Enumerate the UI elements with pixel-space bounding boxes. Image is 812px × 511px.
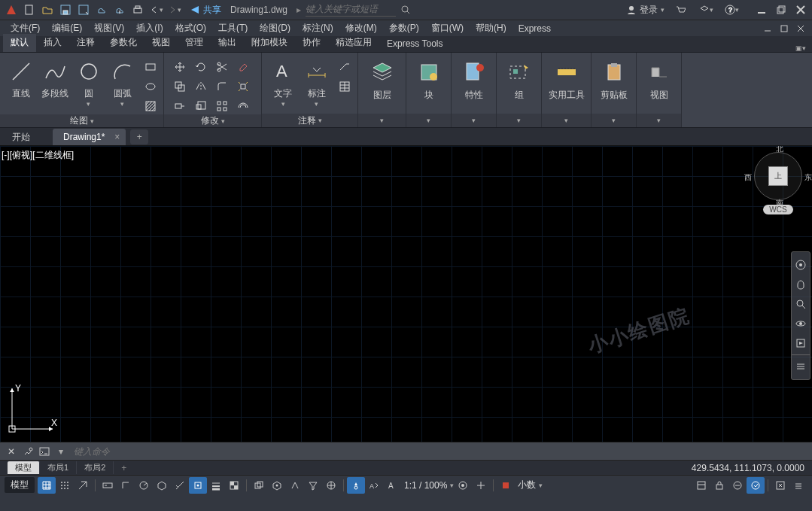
panel-modify-title[interactable]: 修改▾ xyxy=(164,114,261,127)
sb-units-label[interactable]: 小数 xyxy=(518,479,536,491)
sb-customize-icon[interactable] xyxy=(789,477,807,494)
sb-selection-filter-icon[interactable] xyxy=(304,477,322,494)
sb-hardware-accel-icon[interactable] xyxy=(747,477,765,494)
viewcube[interactable]: 上 北 南 东 西 WCS xyxy=(752,152,804,220)
sb-osnap-icon[interactable] xyxy=(189,477,207,494)
nav-pan-icon[interactable] xyxy=(792,275,809,294)
layers-button[interactable]: 图层 xyxy=(363,56,401,102)
cloud-save-icon[interactable] xyxy=(111,2,128,18)
search-box[interactable] xyxy=(306,4,411,17)
open-icon[interactable] xyxy=(39,2,56,18)
rectangle-icon[interactable] xyxy=(142,59,159,75)
filetab-add-button[interactable]: + xyxy=(130,129,148,144)
sb-polar-icon[interactable] xyxy=(135,477,153,494)
arc-button[interactable]: 圆弧 ▾ xyxy=(105,56,139,108)
copy-icon[interactable] xyxy=(172,78,188,95)
apps-icon[interactable]: ▾ xyxy=(698,2,714,18)
ribbon-tab-express[interactable]: Express Tools xyxy=(379,36,450,52)
mdi-close-icon[interactable] xyxy=(794,22,807,35)
filetab-start[interactable]: 开始 xyxy=(2,129,51,145)
hatch-icon[interactable] xyxy=(142,98,159,114)
ribbon-tab-insert[interactable]: 插入 xyxy=(36,34,69,52)
sb-otrack-icon[interactable] xyxy=(171,477,189,494)
sb-annotation-visibility-icon[interactable] xyxy=(347,477,365,494)
dimension-button[interactable]: 标注▾ xyxy=(300,56,334,108)
menu-window[interactable]: 窗口(W) xyxy=(425,20,470,36)
nav-fullnav-icon[interactable] xyxy=(792,256,809,274)
array-icon[interactable] xyxy=(214,98,230,114)
sb-cleanscreen-icon[interactable] xyxy=(771,477,789,494)
layout-tab-layout1[interactable]: 布局1 xyxy=(40,461,77,474)
help-icon[interactable]: ?▾ xyxy=(723,2,740,18)
nav-menu-icon[interactable] xyxy=(792,357,809,376)
window-close-icon[interactable] xyxy=(794,3,807,17)
viewbase-button[interactable]: 视图 xyxy=(641,56,677,102)
layout-tab-layout2[interactable]: 布局2 xyxy=(77,461,114,474)
sb-isodraft-icon[interactable] xyxy=(153,477,171,494)
nav-showmotion-icon[interactable] xyxy=(792,334,809,352)
ribbon-expand-icon[interactable]: ▣▾ xyxy=(789,44,812,52)
panel-viewbase-expand[interactable]: ▾ xyxy=(637,114,681,127)
new-icon[interactable] xyxy=(21,2,38,18)
cart-icon[interactable] xyxy=(672,2,689,18)
panel-properties-expand[interactable]: ▾ xyxy=(452,114,496,127)
sb-gizmo-icon[interactable] xyxy=(322,477,340,494)
polyline-button[interactable]: 多段线 xyxy=(38,56,72,100)
drawing-canvas[interactable]: [-][俯视][二维线框] 小小绘图院 X Y 上 北 南 东 西 WCS xyxy=(0,146,812,442)
leader-icon[interactable] xyxy=(336,59,353,75)
scale-icon[interactable] xyxy=(193,98,209,114)
sb-workspace-icon[interactable] xyxy=(454,477,472,494)
layout-add-button[interactable]: + xyxy=(117,463,131,473)
ribbon-tab-collaborate[interactable]: 协作 xyxy=(295,34,328,52)
sb-ortho-icon[interactable] xyxy=(117,477,135,494)
search-input[interactable] xyxy=(306,4,396,17)
mirror-icon[interactable] xyxy=(193,78,209,95)
explode-icon[interactable] xyxy=(235,78,251,95)
fillet-icon[interactable] xyxy=(214,78,230,95)
panel-annotation-title[interactable]: 注释▾ xyxy=(262,114,357,127)
ribbon-tab-manage[interactable]: 管理 xyxy=(178,34,211,52)
filetab-drawing1[interactable]: Drawing1* × xyxy=(53,129,126,145)
command-input[interactable] xyxy=(74,446,809,457)
sb-annotation-scale-icon[interactable]: A xyxy=(383,477,401,494)
panel-utilities-expand[interactable]: ▾ xyxy=(542,114,591,127)
offset-icon[interactable] xyxy=(235,98,251,114)
viewcube-top-face[interactable]: 上 xyxy=(768,166,788,186)
sb-selection-cycling-icon[interactable] xyxy=(250,477,268,494)
rotate-icon[interactable] xyxy=(193,59,209,75)
erase-icon[interactable] xyxy=(235,59,251,75)
plot-icon[interactable] xyxy=(129,2,146,18)
saveas-icon[interactable] xyxy=(75,2,92,18)
layout-tab-model[interactable]: 模型 xyxy=(8,461,40,474)
circle-button[interactable]: 圆 ▾ xyxy=(72,56,106,108)
sb-3dosnap-icon[interactable] xyxy=(268,477,286,494)
sb-transparency-icon[interactable] xyxy=(225,477,243,494)
share-button[interactable]: 共享 xyxy=(190,4,221,17)
undo-icon[interactable]: ▾ xyxy=(147,2,164,18)
panel-layers-expand[interactable]: ▾ xyxy=(358,114,406,127)
ribbon-tab-view[interactable]: 视图 xyxy=(144,34,178,52)
menu-help[interactable]: 帮助(H) xyxy=(470,20,512,36)
ribbon-tab-output[interactable]: 输出 xyxy=(211,34,244,52)
sb-dynamic-ucs-icon[interactable] xyxy=(286,477,304,494)
sb-isolate-icon[interactable] xyxy=(728,477,747,494)
block-button[interactable]: 块 xyxy=(411,56,446,102)
mdi-minimize-icon[interactable] xyxy=(761,22,774,35)
clipboard-button[interactable]: 剪贴板 xyxy=(596,56,631,102)
ellipse-icon[interactable] xyxy=(142,78,159,95)
window-minimize-icon[interactable] xyxy=(755,3,768,17)
sb-units-icon[interactable] xyxy=(497,477,515,494)
panel-draw-title[interactable]: 绘图▾ xyxy=(0,114,163,127)
panel-clipboard-expand[interactable]: ▾ xyxy=(592,114,636,127)
sb-lock-ui-icon[interactable] xyxy=(710,477,728,494)
redo-icon[interactable]: ▾ xyxy=(166,2,182,18)
table-icon[interactable] xyxy=(336,78,353,95)
ribbon-tab-default[interactable]: 默认 xyxy=(3,34,36,52)
sb-model-button[interactable]: 模型 xyxy=(5,477,35,493)
nav-orbit-icon[interactable] xyxy=(792,315,809,333)
utilities-button[interactable]: 实用工具 xyxy=(546,56,586,102)
sb-quickproperties-icon[interactable] xyxy=(692,477,710,494)
window-restore-icon[interactable] xyxy=(774,3,788,17)
viewport-label[interactable]: [-][俯视][二维线框] xyxy=(2,149,74,162)
sb-lineweight-icon[interactable] xyxy=(207,477,225,494)
